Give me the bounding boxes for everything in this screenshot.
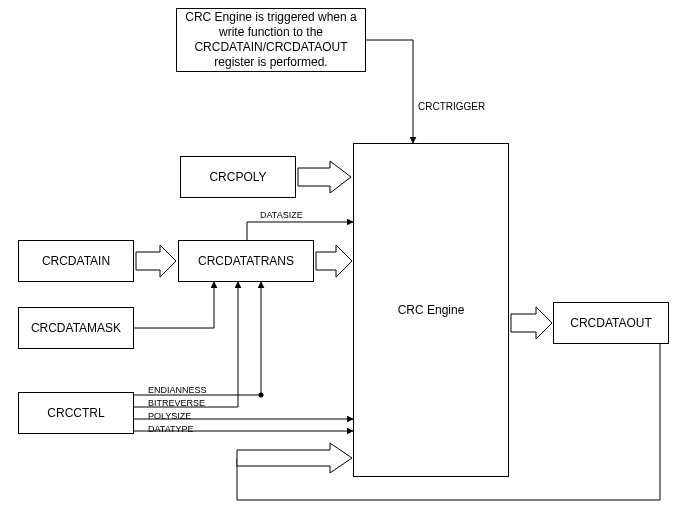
label-crcdatatrans: CRCDATATRANS	[198, 254, 294, 269]
box-crcpoly: CRCPOLY	[180, 156, 296, 198]
diagram-canvas: CRC Engine is triggered when a write fun…	[0, 0, 690, 519]
blockarrow-crcpoly	[298, 161, 351, 193]
label-crcengine: CRC Engine	[398, 303, 465, 318]
blockarrow-crcdataout	[511, 307, 552, 339]
label-polysize: POLYSIZE	[148, 411, 191, 421]
svg-point-0	[259, 393, 264, 398]
box-crcengine: CRC Engine	[353, 143, 509, 477]
box-crcctrl: CRCCTRL	[18, 392, 134, 434]
label-crcctrl: CRCCTRL	[47, 406, 104, 421]
note-text: CRC Engine is triggered when a write fun…	[181, 10, 361, 70]
box-crcdatatrans: CRCDATATRANS	[178, 240, 314, 282]
label-crcdataout: CRCDATAOUT	[570, 316, 652, 331]
label-datatype: DATATYPE	[148, 424, 194, 434]
label-crcdatamask: CRCDATAMASK	[31, 321, 121, 336]
label-remainder: REMAINDER [31:0]	[248, 453, 327, 463]
box-crcdatain: CRCDATAIN	[18, 240, 134, 282]
blockarrow-crcdatain	[136, 245, 176, 277]
note-box: CRC Engine is triggered when a write fun…	[176, 8, 366, 72]
label-endianness: ENDIANNESS	[148, 385, 207, 395]
box-crcdataout: CRCDATAOUT	[553, 302, 669, 344]
blockarrow-crcdatatrans	[316, 245, 352, 277]
label-crcdatain: CRCDATAIN	[42, 254, 110, 269]
box-crcdatamask: CRCDATAMASK	[18, 307, 134, 349]
label-datasize: DATASIZE	[260, 210, 303, 220]
label-bitreverse: BITREVERSE	[148, 398, 205, 408]
label-crctrigger: CRCTRIGGER	[418, 101, 485, 112]
label-crcpoly: CRCPOLY	[209, 170, 266, 185]
